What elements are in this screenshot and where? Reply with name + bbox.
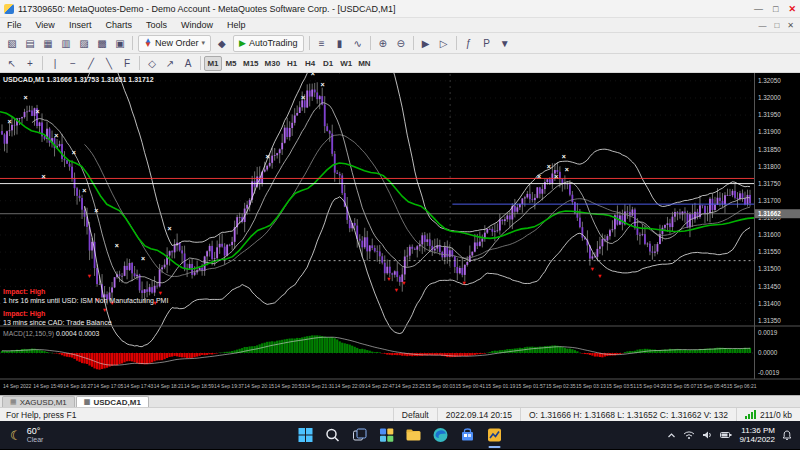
app-icon: [4, 4, 14, 14]
mdi-minimize-button[interactable]: —: [758, 21, 766, 30]
price-chart[interactable]: ×××××××××××××××××××××▼▼▼▼▼▼▼▼▼▼▼▼1.32050…: [0, 73, 800, 395]
battery-icon[interactable]: [720, 431, 732, 439]
svg-text:×: ×: [265, 153, 269, 160]
timeframe-button-m15[interactable]: M15: [240, 56, 262, 71]
menu-item-view[interactable]: View: [29, 20, 62, 30]
maximize-button[interactable]: □: [773, 4, 778, 14]
metatrader-window: 117309650: MetaQuotes-Demo - Demo Accoun…: [0, 0, 800, 450]
svg-text:×: ×: [115, 242, 119, 249]
svg-text:▼: ▼: [393, 287, 398, 293]
svg-text:×: ×: [72, 149, 76, 156]
new-chart-icon[interactable]: ▧: [3, 35, 21, 51]
notifications-bell-icon[interactable]: [782, 430, 792, 441]
vertical-line-icon[interactable]: |: [46, 55, 64, 71]
svg-text:14 Sep 2022: 14 Sep 2022: [3, 383, 32, 389]
text-icon[interactable]: A: [179, 55, 197, 71]
market-watch-icon[interactable]: ▦: [39, 35, 57, 51]
timeframe-button-m5[interactable]: M5: [222, 56, 240, 71]
cursor-icon[interactable]: ↖: [3, 55, 21, 71]
timeframe-button-h4[interactable]: H4: [301, 56, 319, 71]
candlestick-chart-icon[interactable]: ▮: [331, 35, 349, 51]
chart-tab-xagusd-m1[interactable]: ▦XAGUSD,M1: [2, 396, 75, 407]
timeframe-button-mn[interactable]: MN: [355, 56, 373, 71]
trendline-icon[interactable]: ╱: [82, 55, 100, 71]
current-price-label: 1.31662: [758, 210, 781, 217]
svg-text:15 Sep 05:45: 15 Sep 05:45: [697, 383, 727, 389]
title-bar[interactable]: 117309650: MetaQuotes-Demo - Demo Accoun…: [0, 0, 800, 18]
templates-icon[interactable]: ▼: [496, 35, 514, 51]
svg-text:×: ×: [141, 255, 145, 262]
navigator-icon[interactable]: ▨: [75, 35, 93, 51]
chart-shift-icon[interactable]: ▷: [435, 35, 453, 51]
macd-indicator-label: MACD(12,150,9) 0.0004 0.0003: [3, 330, 100, 338]
task-view-icon[interactable]: [350, 425, 370, 445]
terminal-icon[interactable]: ▩: [93, 35, 111, 51]
volume-icon[interactable]: [702, 430, 713, 440]
svg-text:×: ×: [301, 94, 305, 101]
svg-text:×: ×: [565, 166, 569, 173]
metatrader-icon[interactable]: [485, 425, 505, 445]
clock-widget[interactable]: 11:36 PM 9/14/2022: [739, 426, 775, 444]
chart-tab-usdcad-m1[interactable]: ▦USDCAD,M1: [76, 396, 149, 407]
shapes-icon[interactable]: ◇: [143, 55, 161, 71]
auto-scroll-icon[interactable]: ▶: [417, 35, 435, 51]
status-template[interactable]: Default: [393, 408, 437, 421]
crosshair-icon[interactable]: +: [21, 55, 39, 71]
chart-tab-icon: ▦: [84, 398, 91, 406]
menu-item-window[interactable]: Window: [174, 20, 220, 30]
menu-item-insert[interactable]: Insert: [62, 20, 99, 30]
widgets-icon[interactable]: [377, 425, 397, 445]
menu-item-charts[interactable]: Charts: [98, 20, 139, 30]
mdi-restore-button[interactable]: □: [774, 21, 779, 30]
new-order-button[interactable]: ▲▼New Order▾: [138, 35, 211, 52]
autotrading-button[interactable]: ▶AutoTrading: [233, 35, 304, 52]
store-icon[interactable]: [458, 425, 478, 445]
time-axis-labels: 14 Sep 202214 Sep 15:4914 Sep 16:2714 Se…: [3, 383, 757, 389]
mdi-close-button[interactable]: ✕: [787, 21, 794, 30]
chart-area[interactable]: ×××××××××××××××××××××▼▼▼▼▼▼▼▼▼▼▼▼1.32050…: [0, 73, 800, 395]
svg-text:×: ×: [82, 187, 86, 194]
indicators-icon[interactable]: ƒ: [460, 35, 478, 51]
menu-item-tools[interactable]: Tools: [139, 20, 174, 30]
menu-item-help[interactable]: Help: [220, 20, 253, 30]
data-window-icon[interactable]: ▥: [57, 35, 75, 51]
strategy-tester-icon[interactable]: ▣: [111, 35, 129, 51]
timeframe-button-w1[interactable]: W1: [337, 56, 355, 71]
bar-chart-icon[interactable]: ≡: [313, 35, 331, 51]
weather-widget[interactable]: ☾ 60° Clear: [0, 426, 53, 444]
periods-icon[interactable]: P: [478, 35, 496, 51]
news-event-text: 1 hrs 16 mins until USD: ISM Non Manufac…: [3, 297, 168, 305]
timeframe-button-m30[interactable]: M30: [262, 56, 284, 71]
timeframe-button-m1[interactable]: M1: [204, 56, 222, 71]
close-button[interactable]: ✕: [788, 4, 796, 14]
news-event-text: 13 mins since CAD: Trade Balance: [3, 319, 112, 326]
tray-overflow-chevron-icon[interactable]: [667, 431, 676, 440]
start-icon[interactable]: [296, 425, 316, 445]
profiles-icon[interactable]: ▤: [21, 35, 39, 51]
svg-text:14 Sep 21:31: 14 Sep 21:31: [305, 383, 335, 389]
svg-text:14 Sep 18:59: 14 Sep 18:59: [184, 383, 214, 389]
edge-icon[interactable]: [431, 425, 451, 445]
timeframe-button-h1[interactable]: H1: [283, 56, 301, 71]
weather-icon: ☾: [10, 428, 22, 443]
metaeditor-icon[interactable]: ◆: [213, 35, 231, 51]
file-explorer-icon[interactable]: [404, 425, 424, 445]
zoom-out-icon[interactable]: ⊖: [392, 35, 410, 51]
wifi-icon[interactable]: [683, 430, 695, 440]
search-icon[interactable]: [323, 425, 343, 445]
menu-item-file[interactable]: File: [0, 20, 29, 30]
minimize-button[interactable]: —: [754, 4, 763, 14]
autotrading-play-icon: ▶: [239, 38, 246, 48]
svg-text:×: ×: [8, 118, 12, 125]
channel-icon[interactable]: ╲: [100, 55, 118, 71]
horizontal-line-icon[interactable]: −: [64, 55, 82, 71]
news-impact-label: Impact: High: [3, 288, 45, 296]
svg-text:×: ×: [537, 173, 541, 180]
zoom-in-icon[interactable]: ⊕: [374, 35, 392, 51]
line-chart-icon[interactable]: ∿: [349, 35, 367, 51]
svg-text:14 Sep 22:09: 14 Sep 22:09: [335, 383, 365, 389]
arrows-icon[interactable]: ↗: [161, 55, 179, 71]
timeframe-button-d1[interactable]: D1: [319, 56, 337, 71]
fibonacci-icon[interactable]: F: [118, 55, 136, 71]
svg-text:15 Sep 01:19: 15 Sep 01:19: [486, 383, 516, 389]
